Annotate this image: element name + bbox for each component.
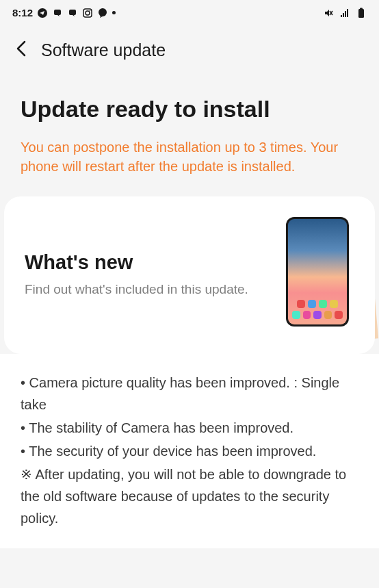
chat-icon — [97, 8, 108, 18]
phone-in-hand-illustration — [286, 217, 375, 333]
svg-rect-7 — [341, 15, 342, 17]
chevron-left-icon — [15, 39, 27, 58]
status-bar: 8:12 — [0, 0, 379, 25]
page-title: Software update — [41, 40, 166, 60]
change-item: • The security of your device has been i… — [21, 440, 358, 462]
svg-rect-8 — [343, 13, 344, 17]
svg-rect-10 — [347, 9, 348, 17]
discord-icon — [52, 8, 63, 18]
changes-list: • Camera picture quality has been improv… — [0, 354, 379, 548]
svg-rect-9 — [345, 11, 346, 17]
mute-icon — [323, 8, 334, 18]
more-notifications-dot — [112, 11, 116, 14]
whats-new-subtitle: Find out what's included in this update. — [25, 281, 272, 299]
svg-point-2 — [86, 11, 90, 15]
instagram-icon — [82, 8, 93, 18]
whats-new-card[interactable]: What's new Find out what's included in t… — [4, 196, 375, 354]
svg-point-3 — [90, 10, 91, 11]
change-item: ※ After updating, you will not be able t… — [21, 463, 358, 529]
whats-new-title: What's new — [25, 251, 272, 274]
status-time: 8:12 — [12, 7, 33, 18]
svg-rect-11 — [358, 9, 364, 18]
discord-icon-2 — [67, 8, 78, 18]
telegram-icon — [37, 8, 48, 18]
signal-icon — [339, 8, 350, 18]
svg-rect-1 — [83, 9, 92, 17]
svg-rect-12 — [360, 8, 363, 9]
change-item: • The stability of Camera has been impro… — [21, 417, 358, 439]
whats-new-text: What's new Find out what's included in t… — [25, 251, 272, 299]
battery-icon — [356, 8, 367, 18]
content: Update ready to install You can postpone… — [0, 68, 379, 562]
status-left: 8:12 — [12, 7, 116, 18]
svg-point-4 — [99, 8, 107, 16]
status-right — [323, 8, 367, 18]
change-item: • Camera picture quality has been improv… — [21, 372, 358, 416]
back-button[interactable] — [15, 39, 27, 62]
header: Software update — [0, 25, 379, 68]
warning-text: You can postpone the installation up to … — [21, 138, 358, 176]
main-title: Update ready to install — [21, 96, 358, 123]
